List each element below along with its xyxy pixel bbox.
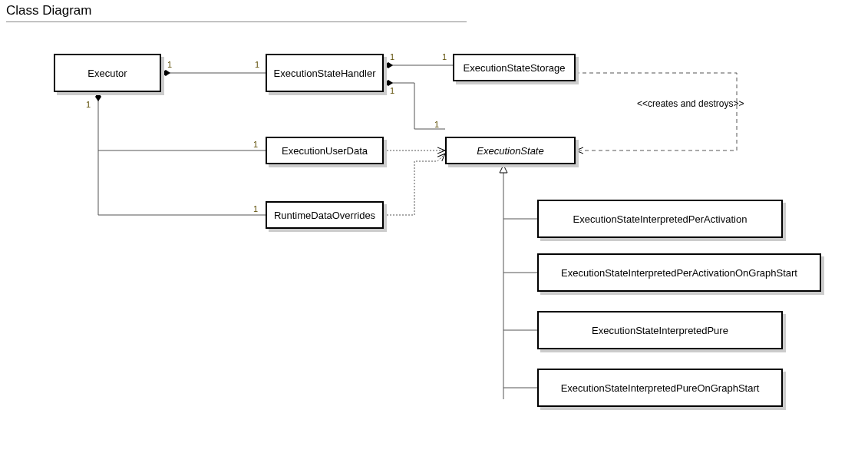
- class-execution-user-data: ExecutionUserData: [266, 137, 384, 164]
- class-exec-state-interpreted-pure-on-graph-start: ExecutionStateInterpretedPureOnGraphStar…: [537, 369, 783, 407]
- diagram-title: Class Diagram: [6, 3, 91, 18]
- mult-executor-bottom: 1: [86, 100, 91, 109]
- mult-storage-left: 1: [442, 52, 447, 61]
- mult-handler-left: 1: [255, 60, 259, 69]
- class-runtime-data-overrides: RuntimeDataOverrides: [266, 201, 384, 229]
- class-exec-state-interpreted-pure: ExecutionStateInterpretedPure: [537, 311, 783, 349]
- annotation-creates-destroys: <<creates and destroys>>: [637, 98, 744, 109]
- class-exec-state-interpreted-per-activation: ExecutionStateInterpretedPerActivation: [537, 200, 783, 238]
- title-underline: [6, 21, 467, 22]
- class-exec-state-interpreted-per-activation-on-graph-start: ExecutionStateInterpretedPerActivationOn…: [537, 253, 821, 292]
- mult-executor-right: 1: [167, 60, 172, 69]
- mult-overrides-left: 1: [253, 204, 258, 213]
- class-execution-state: ExecutionState: [445, 137, 576, 164]
- class-execution-state-handler: ExecutionStateHandler: [266, 54, 384, 92]
- class-execution-state-storage: ExecutionStateStorage: [453, 54, 576, 81]
- mult-state-top: 1: [434, 120, 439, 129]
- mult-handler-bottom: 1: [390, 86, 394, 95]
- class-executor: Executor: [54, 54, 161, 92]
- mult-handler-right: 1: [390, 52, 394, 61]
- mult-userdata-left: 1: [253, 140, 258, 149]
